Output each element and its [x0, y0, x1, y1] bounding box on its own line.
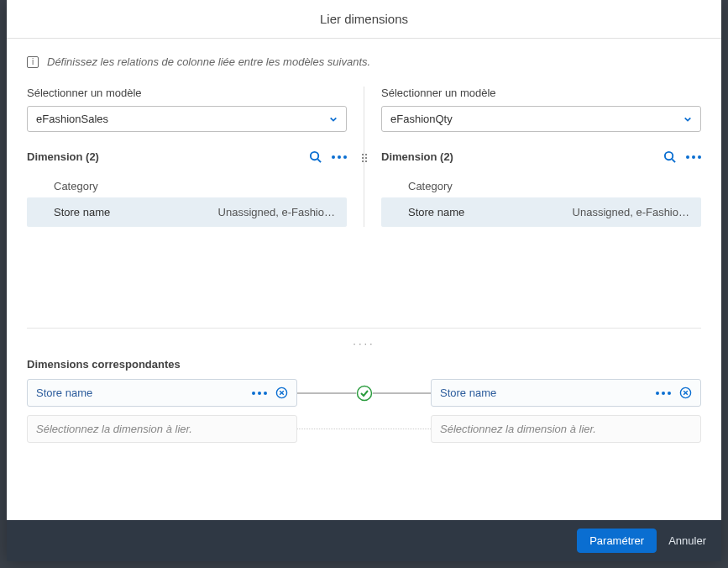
placeholder-left[interactable]: Sélectionnez la dimension à lier.	[27, 415, 297, 443]
left-category-label: Category	[27, 175, 347, 197]
right-dim-title: Dimension (2)	[381, 150, 453, 163]
drag-handle-icon[interactable]	[360, 154, 369, 162]
remove-match-right-button[interactable]	[679, 387, 692, 399]
right-category-label: Category	[381, 175, 701, 197]
remove-match-left-button[interactable]	[275, 387, 288, 399]
configure-button[interactable]: Paramétrer	[577, 529, 657, 553]
search-icon	[309, 150, 322, 163]
info-message: i Définissez les relations de colonne li…	[27, 55, 701, 68]
match-row: Store name Store name	[27, 379, 701, 407]
placeholder-right[interactable]: Sélectionnez la dimension à lier.	[431, 415, 701, 443]
right-select-label: Sélectionner un modèle	[381, 87, 701, 99]
link-connector	[297, 392, 431, 394]
svg-point-0	[311, 152, 318, 160]
right-model-select[interactable]: eFashionQty	[381, 106, 701, 132]
matching-title: Dimensions correspondantes	[27, 358, 701, 371]
left-model-select[interactable]: eFashionSales	[27, 106, 347, 132]
match-right-box[interactable]: Store name	[431, 379, 701, 407]
right-model-name: eFashionQty	[390, 113, 453, 125]
left-dim-meta: Unassigned, e-Fashio…	[218, 206, 335, 218]
left-dim-row-store-name[interactable]: Store name Unassigned, e-Fashio…	[27, 197, 347, 227]
chevron-down-icon	[683, 115, 692, 124]
left-dim-header: Dimension (2)	[27, 150, 347, 163]
section-separator: ····	[27, 328, 701, 358]
right-more-button[interactable]	[686, 155, 701, 159]
link-dimensions-dialog: Lier dimensions i Définissez les relatio…	[7, 0, 721, 561]
right-dim-header: Dimension (2)	[381, 150, 701, 163]
right-dim-name: Store name	[408, 206, 464, 218]
info-text: Définissez les relations de colonne liée…	[47, 55, 370, 68]
panel-divider	[364, 87, 364, 227]
right-dim-meta: Unassigned, e-Fashio…	[573, 206, 689, 218]
match-left-more-button[interactable]	[252, 392, 267, 395]
chevron-down-icon	[329, 115, 338, 124]
match-right-more-button[interactable]	[656, 392, 671, 395]
model-panels: Sélectionner un modèle eFashionSales Dim…	[27, 87, 701, 227]
dialog-footer: Paramétrer Annuler	[7, 520, 721, 561]
cancel-button[interactable]: Annuler	[668, 534, 706, 547]
left-more-button[interactable]	[332, 155, 347, 159]
svg-point-3	[357, 386, 371, 400]
right-search-button[interactable]	[663, 150, 676, 163]
info-icon: i	[27, 56, 39, 68]
svg-point-1	[665, 152, 673, 160]
link-valid-icon	[356, 385, 373, 402]
placeholder-row: Sélectionnez la dimension à lier. Sélect…	[27, 415, 701, 443]
left-select-label: Sélectionner un modèle	[27, 87, 347, 99]
left-panel: Sélectionner un modèle eFashionSales Dim…	[27, 87, 347, 227]
dialog-body: i Définissez les relations de colonne li…	[7, 39, 721, 520]
match-right-name: Store name	[440, 387, 496, 399]
right-panel: Sélectionner un modèle eFashionQty Dimen…	[381, 87, 701, 227]
match-left-box[interactable]: Store name	[27, 379, 297, 407]
left-dim-title: Dimension (2)	[27, 150, 99, 163]
left-dim-name: Store name	[54, 206, 110, 218]
placeholder-connector	[297, 429, 431, 429]
search-icon	[663, 150, 676, 163]
dialog-title: Lier dimensions	[7, 0, 721, 39]
match-left-name: Store name	[36, 387, 92, 399]
left-model-name: eFashionSales	[36, 113, 108, 125]
left-search-button[interactable]	[309, 150, 322, 163]
right-dim-row-store-name[interactable]: Store name Unassigned, e-Fashio…	[381, 197, 701, 227]
